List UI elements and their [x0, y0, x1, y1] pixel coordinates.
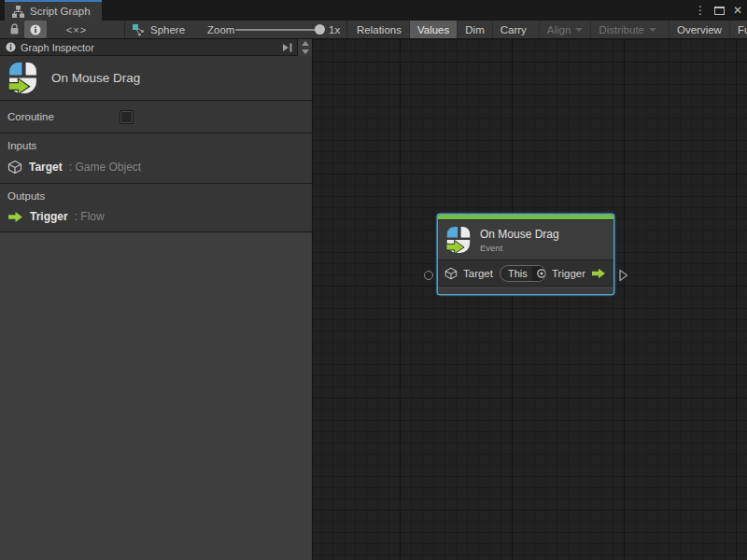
maximize-icon[interactable] [714, 7, 725, 15]
panel-title: Graph Inspector [21, 42, 278, 53]
graph-toolbar: <×> Sphere Zoom 1x Relations Values Dim … [0, 21, 747, 39]
values-button[interactable]: Values [409, 21, 457, 38]
flow-arrow-icon [7, 211, 23, 223]
close-icon[interactable]: ✕ [733, 0, 742, 21]
carry-button[interactable]: Carry [492, 21, 534, 38]
graph-inspector-panel: Graph Inspector On Mouse Drag Coroutine [0, 39, 313, 560]
zoom-label: Zoom [207, 21, 234, 38]
info-icon [30, 24, 41, 35]
zoom-slider-track[interactable] [235, 29, 321, 31]
triangle-up-icon [302, 41, 309, 46]
on-mouse-drag-node[interactable]: On Mouse Drag Event Target This [438, 215, 613, 294]
graph-object-indicator[interactable]: Sphere [132, 21, 185, 38]
coroutine-label: Coroutine [7, 111, 120, 122]
input-port-name: Target [29, 161, 63, 174]
output-port-row: Trigger : Flow [7, 210, 312, 223]
scroll-up-button[interactable] [298, 39, 312, 48]
relations-button[interactable]: Relations [349, 21, 409, 38]
mouse-drag-icon [445, 226, 472, 254]
unit-title: On Mouse Drag [51, 71, 140, 85]
window-controls: ⋮ ✕ [695, 0, 742, 21]
selected-unit-header: On Mouse Drag [0, 56, 312, 101]
overview-button[interactable]: Overview [669, 21, 729, 38]
outputs-heading: Outputs [7, 190, 312, 202]
chevron-down-icon [575, 28, 583, 32]
node-port-row: Target This Trigger [438, 260, 613, 287]
graph-object-name: Sphere [150, 24, 185, 35]
dock-panel-button[interactable] [278, 39, 297, 56]
outputs-section: Outputs Trigger : Flow [0, 184, 312, 232]
window-menu-icon[interactable]: ⋮ [695, 0, 706, 21]
info-icon [6, 42, 16, 52]
output-port-type: : Flow [75, 210, 105, 223]
target-port-label: Target [463, 268, 493, 279]
this-value-chip[interactable]: This [500, 265, 546, 282]
node-header[interactable]: On Mouse Drag Event [438, 220, 613, 260]
target-picker-icon [536, 268, 546, 279]
dim-button[interactable]: Dim [457, 21, 491, 38]
lock-icon [9, 23, 20, 35]
toolbar-button-group: Relations Values Dim Carry Align Distrib… [349, 21, 747, 38]
align-dropdown[interactable]: Align [539, 21, 591, 38]
trigger-output-port[interactable] [618, 269, 628, 286]
script-graph-icon [12, 6, 24, 18]
unity-script-graph-window: { "tab_bar": { "title": "Script Graph", … [0, 0, 747, 560]
input-port-type: : Game Object [69, 161, 141, 174]
lock-button[interactable] [4, 21, 24, 38]
toolbar-separator [346, 21, 347, 38]
inspector-toggle-button[interactable] [24, 21, 47, 38]
coroutine-checkbox[interactable] [120, 110, 134, 124]
tab-script-graph[interactable]: Script Graph [5, 0, 102, 21]
graph-canvas[interactable]: On Mouse Drag Event Target This [313, 39, 747, 560]
game-object-cube-icon [7, 160, 22, 175]
coroutine-row: Coroutine [0, 101, 312, 133]
triangle-down-icon [302, 49, 309, 54]
zoom-value: 1x [329, 21, 340, 38]
edit-code-button[interactable]: <×> [58, 21, 95, 38]
inputs-heading: Inputs [7, 140, 312, 151]
trigger-port-label: Trigger [552, 268, 585, 279]
inspector-empty-area [0, 232, 312, 560]
toolbar-separator [124, 21, 125, 38]
tab-title: Script Graph [30, 6, 91, 17]
scroll-down-button[interactable] [298, 48, 312, 56]
trigger-flow-arrow-icon[interactable] [590, 268, 607, 279]
fullscreen-button[interactable]: Full Screen [729, 21, 747, 38]
this-value-text: This [500, 268, 532, 279]
game-object-cube-icon [444, 267, 458, 280]
input-port-row: Target : Game Object [7, 160, 312, 175]
node-footer [438, 287, 613, 294]
object-picker-button[interactable] [532, 266, 546, 281]
distribute-dropdown[interactable]: Distribute [590, 21, 664, 38]
graph-network-icon [132, 23, 145, 36]
tab-bar: Script Graph ⋮ ✕ [0, 0, 747, 21]
dock-right-icon [282, 43, 293, 52]
node-title: On Mouse Drag [480, 228, 559, 241]
mouse-drag-icon [7, 62, 38, 94]
panel-scroll-stepper [297, 39, 312, 56]
zoom-slider-handle[interactable] [315, 24, 325, 35]
inputs-section: Inputs Target : Game Object [0, 133, 312, 184]
graph-inspector-header: Graph Inspector [0, 39, 312, 56]
node-subtitle: Event [480, 243, 559, 253]
code-icon: <×> [66, 24, 87, 35]
output-port-name: Trigger [30, 210, 68, 223]
target-input-port[interactable] [424, 271, 433, 280]
chevron-down-icon [649, 28, 656, 32]
